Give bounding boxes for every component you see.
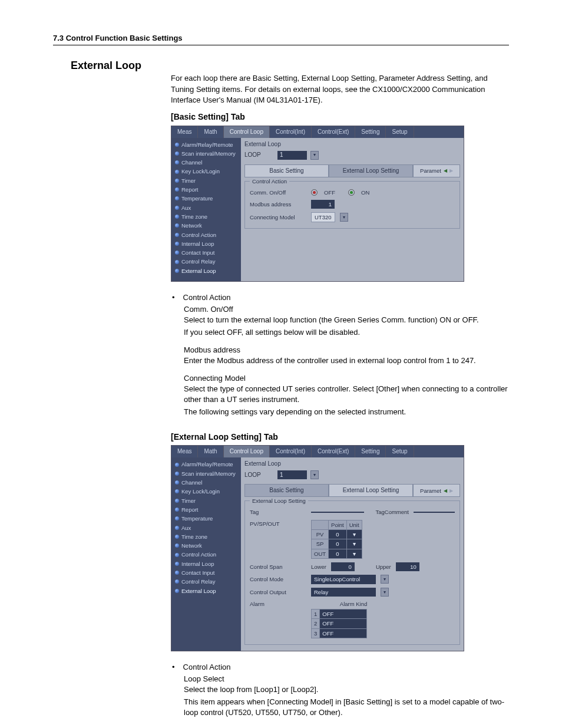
sidebar-item[interactable]: Alarm/Relay/Remote xyxy=(175,140,237,149)
tab-control-ext[interactable]: Control(Ext) xyxy=(312,126,355,138)
bullet-icon xyxy=(175,526,179,530)
loop-select-heading: Loop Select xyxy=(184,674,509,684)
sidebar-item[interactable]: Temperature xyxy=(175,194,237,203)
dropdown-icon[interactable]: ▾ xyxy=(310,470,319,479)
alarm-2-kind[interactable]: OFF xyxy=(320,619,367,628)
sidebar-item[interactable]: Channel xyxy=(175,478,237,487)
pv-point[interactable]: 0 xyxy=(329,530,347,539)
pv-unit[interactable]: ▾ xyxy=(346,530,362,539)
sidebar-item[interactable]: Timer xyxy=(175,496,237,505)
section-reference: 7.3 Control Function Basic Settings xyxy=(53,33,183,44)
subtab-basic-setting[interactable]: Basic Setting xyxy=(244,484,329,497)
sidebar-item[interactable]: Report xyxy=(175,505,237,514)
sidebar-item[interactable]: Control Relay xyxy=(175,257,237,266)
bullet-icon xyxy=(175,499,179,503)
sp-point[interactable]: 0 xyxy=(329,539,347,549)
loop-p2: This item appears when [Connecting Model… xyxy=(184,697,509,718)
sidebar-item[interactable]: Internal Loop xyxy=(175,559,237,568)
out-unit[interactable]: ▾ xyxy=(346,549,362,558)
alarm-3-kind[interactable]: OFF xyxy=(320,628,367,638)
control-output-value[interactable]: Relay xyxy=(311,588,376,597)
tab-meas[interactable]: Meas xyxy=(171,126,198,138)
tab-control-ext[interactable]: Control(Ext) xyxy=(312,446,355,457)
tab-control-int[interactable]: Control(Int) xyxy=(270,446,312,457)
sp-unit[interactable]: ▾ xyxy=(346,539,362,549)
radio-off[interactable] xyxy=(311,189,318,196)
sidebar-item[interactable]: Key Lock/Login xyxy=(175,167,237,176)
sidebar-item[interactable]: Time zone xyxy=(175,212,237,221)
bullet-icon xyxy=(175,196,179,200)
connecting-model-select[interactable]: UT320 xyxy=(311,212,335,222)
sidebar-item[interactable]: Time zone xyxy=(175,532,237,541)
control-mode-value[interactable]: SingleLoopControl xyxy=(311,575,376,584)
alarm-1-kind[interactable]: OFF xyxy=(320,610,367,619)
sidebar-item[interactable]: Aux xyxy=(175,523,237,532)
dropdown-icon[interactable]: ▾ xyxy=(381,575,389,584)
subtab-basic-setting[interactable]: Basic Setting xyxy=(244,164,329,177)
sidebar-item[interactable]: Control Relay xyxy=(175,577,237,586)
parameter-link[interactable]: Paramet ◀ ▶ xyxy=(413,164,460,177)
tagcomment-value[interactable] xyxy=(414,512,455,513)
tab-control-loop[interactable]: Control Loop xyxy=(224,446,270,457)
tab-math[interactable]: Math xyxy=(198,446,223,457)
bullet-icon xyxy=(175,269,179,273)
tag-value[interactable] xyxy=(311,512,364,513)
sidebar-item[interactable]: Channel xyxy=(175,158,237,167)
main-panel: External Loop LOOP 1 ▾ Basic Setting Ext… xyxy=(241,457,464,651)
dropdown-icon[interactable]: ▾ xyxy=(381,588,389,597)
sidebar-item[interactable]: Contact Input xyxy=(175,568,237,577)
tab-setup[interactable]: Setup xyxy=(386,446,414,457)
basic-setting-heading: [Basic Setting] Tab xyxy=(171,111,509,123)
sidebar-item[interactable]: Temperature xyxy=(175,514,237,523)
loop-label: LOOP xyxy=(244,151,274,159)
loop-select[interactable]: 1 xyxy=(277,470,307,479)
sidebar-item[interactable]: Timer xyxy=(175,176,237,185)
bullet-icon xyxy=(175,472,179,476)
screenshot-external-loop-setting: Meas Math Control Loop Control(Int) Cont… xyxy=(171,445,464,651)
tag-label: Tag xyxy=(250,508,306,516)
span-upper-value[interactable]: 10 xyxy=(396,562,419,571)
tab-control-loop[interactable]: Control Loop xyxy=(224,126,270,138)
panel-title: External Loop xyxy=(244,460,281,467)
dropdown-icon[interactable]: ▾ xyxy=(310,151,319,160)
dropdown-icon[interactable]: ▾ xyxy=(340,213,348,222)
loop-select[interactable]: 1 xyxy=(277,151,307,160)
sidebar-item[interactable]: Aux xyxy=(175,203,237,212)
tab-setting[interactable]: Setting xyxy=(355,126,386,138)
sidebar-item-external-loop[interactable]: External Loop xyxy=(175,587,237,595)
tab-meas[interactable]: Meas xyxy=(171,446,198,457)
out-point[interactable]: 0 xyxy=(329,549,347,558)
tab-setting[interactable]: Setting xyxy=(355,446,386,457)
modbus-address-value[interactable]: 1 xyxy=(311,200,335,209)
bullet-icon xyxy=(175,170,179,174)
sidebar-item[interactable]: Scan interval/Memory xyxy=(175,469,237,478)
sidebar-item[interactable]: Control Action xyxy=(175,550,237,559)
tab-control-int[interactable]: Control(Int) xyxy=(270,126,312,138)
bullet-icon xyxy=(175,543,179,548)
tab-math[interactable]: Math xyxy=(198,126,223,138)
tagcomment-label: TagComment xyxy=(376,508,409,516)
pvspout-table: PointUnit PV0▾ SP0▾ OUT0▾ xyxy=(311,520,362,559)
parameter-link[interactable]: Paramet ◀ ▶ xyxy=(413,484,460,497)
sidebar-item[interactable]: Alarm/Relay/Remote xyxy=(175,460,237,469)
sidebar-item[interactable]: Network xyxy=(175,221,237,230)
subtab-external-loop-setting[interactable]: External Loop Setting xyxy=(329,484,413,497)
sidebar-item[interactable]: Internal Loop xyxy=(175,239,237,248)
model-p2: The following settings vary depending on… xyxy=(184,407,509,417)
connecting-model-heading: Connecting Model xyxy=(184,373,509,384)
sidebar-item[interactable]: Network xyxy=(175,541,237,550)
sidebar-item[interactable]: Scan interval/Memory xyxy=(175,149,237,158)
sidebar-item-external-loop[interactable]: External Loop xyxy=(175,266,237,275)
subtab-external-loop-setting[interactable]: External Loop Setting xyxy=(329,164,413,177)
sidebar-item[interactable]: Key Lock/Login xyxy=(175,487,237,496)
span-lower-value[interactable]: 0 xyxy=(331,562,355,571)
control-output-label: Control Output xyxy=(250,588,306,596)
tab-setup[interactable]: Setup xyxy=(386,126,414,138)
arrow-left-icon: ◀ xyxy=(444,487,447,494)
sidebar-item[interactable]: Contact Input xyxy=(175,248,237,257)
sidebar-item[interactable]: Report xyxy=(175,185,237,194)
radio-on[interactable] xyxy=(348,189,355,196)
sidebar-item[interactable]: Control Action xyxy=(175,230,237,239)
intro-paragraph: For each loop there are Basic Setting, E… xyxy=(171,73,509,106)
control-action-group: Control Action Comm. On/Off OFF ON Modbu… xyxy=(244,181,460,229)
